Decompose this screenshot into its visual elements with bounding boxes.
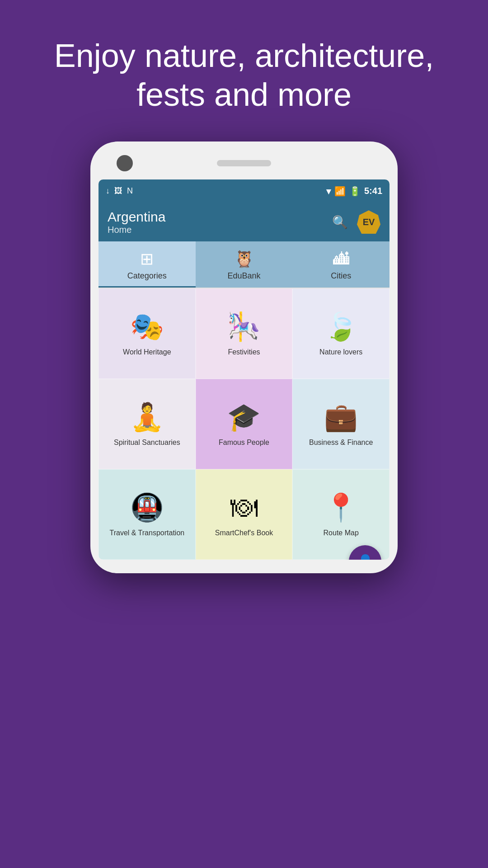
edubank-tab-icon: 🦉 xyxy=(234,250,254,269)
cities-tab-icon: 🏙 xyxy=(333,250,349,269)
business-finance-label: Business & Finance xyxy=(309,438,373,448)
signal-icon: 📶 xyxy=(334,186,346,197)
category-travel-transportation[interactable]: 🚇 Travel & Transportation xyxy=(99,469,196,560)
category-business-finance[interactable]: 💼 Business & Finance xyxy=(292,379,389,469)
festivities-label: Festivities xyxy=(228,348,260,357)
phone-screen: ↓ 🖼 N ▾ 📶 🔋 5:41 Argentina Home 🔍 EV xyxy=(99,179,389,560)
route-label: Route Map xyxy=(324,528,359,538)
fab-guide-icon: 👤 xyxy=(357,554,373,560)
travel-transportation-label: Travel & Transportation xyxy=(109,528,184,538)
nature-lovers-label: Nature lovers xyxy=(319,348,362,357)
time-display: 5:41 xyxy=(364,186,382,196)
tab-cities-label: Cities xyxy=(331,271,351,281)
search-icon[interactable]: 🔍 xyxy=(332,215,348,230)
spiritual-label: Spiritual Sanctuaries xyxy=(114,438,180,448)
category-nature-lovers[interactable]: 🍃 Nature lovers xyxy=(292,288,389,379)
categories-grid: 🎭 World Heritage 🎠 Festivities 🍃 Nature … xyxy=(99,288,389,560)
app-name: Argentina xyxy=(108,209,165,225)
tab-categories[interactable]: ⊞ Categories xyxy=(99,241,196,288)
famous-people-label: Famous People xyxy=(219,438,269,448)
travel-transportation-icon: 🚇 xyxy=(130,494,164,521)
phone-frame: ↓ 🖼 N ▾ 📶 🔋 5:41 Argentina Home 🔍 EV xyxy=(90,142,398,573)
smartchef-label: SmartChef's Book xyxy=(215,528,273,538)
toolbar-icons: 🔍 EV xyxy=(332,210,380,234)
category-smartchef[interactable]: 🍽 SmartChef's Book xyxy=(196,469,293,560)
tab-edubank-label: EduBank xyxy=(227,271,260,281)
phone-camera xyxy=(117,155,133,171)
phone-speaker xyxy=(217,160,271,166)
app-subtitle: Home xyxy=(108,225,165,235)
app-toolbar: Argentina Home 🔍 EV xyxy=(99,203,389,241)
tab-categories-label: Categories xyxy=(127,271,167,281)
wifi-icon: ▾ xyxy=(326,186,331,197)
categories-tab-icon: ⊞ xyxy=(140,250,154,269)
phone-top-hardware xyxy=(99,155,389,179)
category-route[interactable]: 📍 Route Map xyxy=(292,469,389,560)
logo-badge[interactable]: EV xyxy=(357,210,380,234)
world-heritage-icon: 🎭 xyxy=(130,313,164,340)
category-festivities[interactable]: 🎠 Festivities xyxy=(196,288,293,379)
status-right: ▾ 📶 🔋 5:41 xyxy=(326,186,382,197)
app-title-block: Argentina Home xyxy=(108,209,165,235)
n-icon: N xyxy=(127,186,133,196)
status-bar: ↓ 🖼 N ▾ 📶 🔋 5:41 xyxy=(99,179,389,203)
festivities-icon: 🎠 xyxy=(227,313,261,340)
tab-cities[interactable]: 🏙 Cities xyxy=(292,241,389,288)
world-heritage-label: World Heritage xyxy=(123,348,171,357)
famous-people-icon: 🎓 xyxy=(227,404,261,431)
category-spiritual[interactable]: 🧘 Spiritual Sanctuaries xyxy=(99,379,196,469)
category-famous-people[interactable]: 🎓 Famous People xyxy=(196,379,293,469)
download-icon: ↓ xyxy=(106,186,110,196)
tab-bar: ⊞ Categories 🦉 EduBank 🏙 Cities xyxy=(99,241,389,288)
spiritual-icon: 🧘 xyxy=(130,404,164,431)
route-icon: 📍 xyxy=(324,494,358,521)
nature-lovers-icon: 🍃 xyxy=(324,313,358,340)
battery-icon: 🔋 xyxy=(349,186,361,197)
smartchef-icon: 🍽 xyxy=(230,494,258,521)
status-left: ↓ 🖼 N xyxy=(106,186,133,196)
business-finance-icon: 💼 xyxy=(324,404,358,431)
category-world-heritage[interactable]: 🎭 World Heritage xyxy=(99,288,196,379)
hero-text: Enjoy nature, architecture, fests and mo… xyxy=(0,0,488,142)
tab-edubank[interactable]: 🦉 EduBank xyxy=(196,241,293,288)
image-icon: 🖼 xyxy=(114,186,122,196)
